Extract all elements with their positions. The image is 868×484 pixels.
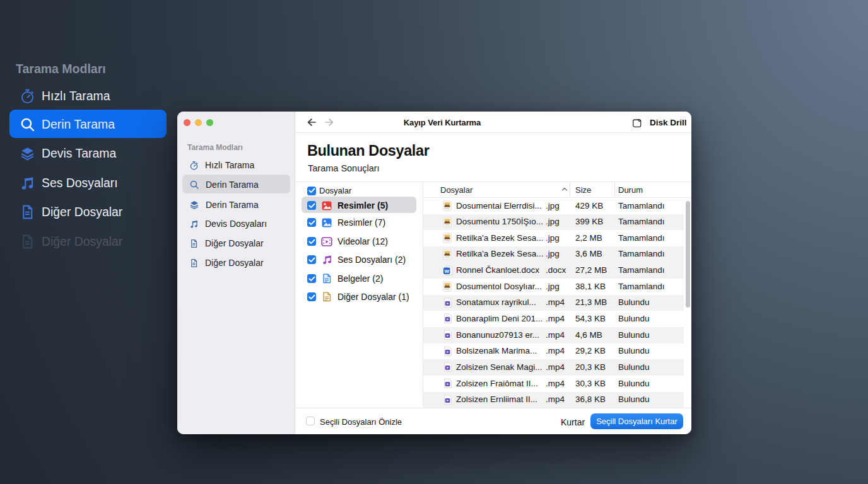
svg-text:W: W	[444, 268, 449, 274]
